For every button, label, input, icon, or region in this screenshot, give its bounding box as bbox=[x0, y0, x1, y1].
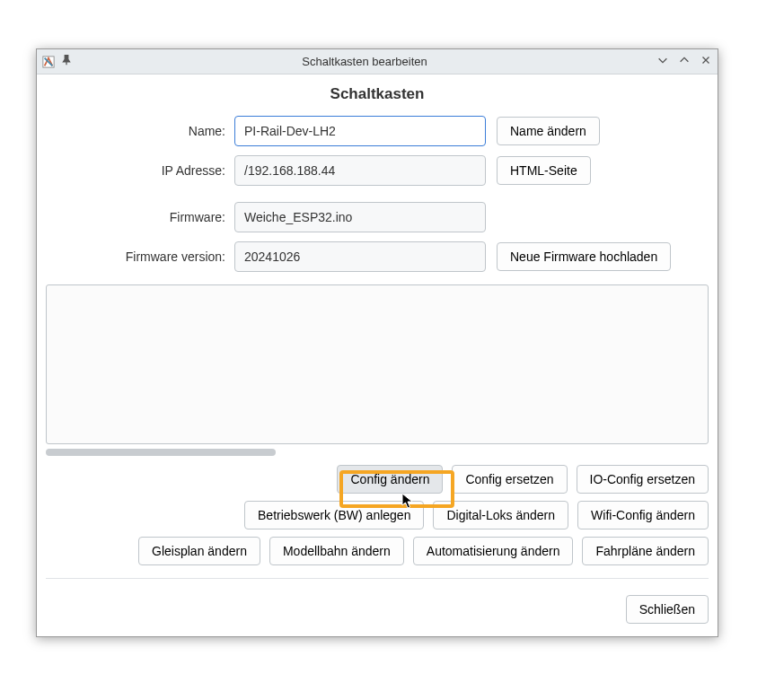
ip-input[interactable] bbox=[234, 155, 486, 186]
bw-create-button[interactable]: Betriebswerk (BW) anlegen bbox=[244, 501, 424, 529]
page-title: Schaltkasten bbox=[46, 85, 709, 103]
schedules-button[interactable]: Fahrpläne ändern bbox=[582, 537, 709, 565]
ip-label: IP Adresse: bbox=[46, 163, 234, 178]
titlebar: Schaltkasten bearbeiten bbox=[37, 49, 718, 74]
name-label: Name: bbox=[46, 124, 234, 138]
digital-loks-button[interactable]: Digital-Loks ändern bbox=[433, 501, 568, 529]
window-title: Schaltkasten bearbeiten bbox=[73, 55, 656, 68]
close-icon[interactable] bbox=[700, 54, 712, 69]
horizontal-scrollbar[interactable] bbox=[46, 449, 276, 456]
config-edit-button[interactable]: Config ändern bbox=[337, 465, 443, 494]
firmware-version-input[interactable] bbox=[234, 241, 486, 272]
minimize-icon[interactable] bbox=[656, 54, 669, 69]
separator bbox=[46, 578, 709, 579]
wifi-config-button[interactable]: Wifi-Config ändern bbox=[577, 501, 709, 529]
trackplan-button[interactable]: Gleisplan ändern bbox=[138, 537, 260, 565]
automation-button[interactable]: Automatisierung ändern bbox=[413, 537, 574, 565]
log-textarea[interactable] bbox=[46, 284, 709, 444]
close-button[interactable]: Schließen bbox=[626, 595, 709, 624]
app-icon bbox=[42, 56, 55, 68]
upload-firmware-button[interactable]: Neue Firmware hochladen bbox=[497, 242, 671, 271]
dialog-window: Schaltkasten bearbeiten Schaltkasten Nam… bbox=[36, 48, 718, 637]
io-config-replace-button[interactable]: IO-Config ersetzen bbox=[577, 465, 709, 494]
config-replace-button[interactable]: Config ersetzen bbox=[452, 465, 567, 494]
firmware-version-label: Firmware version: bbox=[46, 249, 234, 264]
dialog-content: Schaltkasten Name: Name ändern IP Adress… bbox=[37, 74, 718, 595]
html-page-button[interactable]: HTML-Seite bbox=[497, 156, 591, 185]
pin-icon[interactable] bbox=[60, 54, 73, 69]
modelrail-button[interactable]: Modellbahn ändern bbox=[269, 537, 404, 565]
maximize-icon[interactable] bbox=[678, 54, 691, 69]
firmware-label: Firmware: bbox=[46, 210, 234, 224]
firmware-input[interactable] bbox=[234, 202, 486, 232]
log-area-wrap bbox=[46, 284, 709, 456]
name-input[interactable] bbox=[234, 116, 486, 146]
rename-button[interactable]: Name ändern bbox=[497, 117, 600, 145]
